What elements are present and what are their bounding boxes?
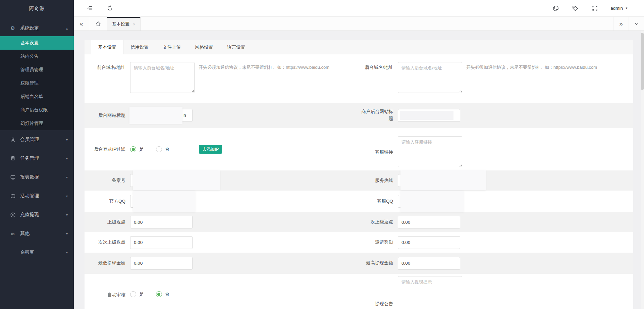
radio-unselected-icon <box>130 291 136 297</box>
auto-audit-radio-group: 是 否 <box>130 291 169 297</box>
third-parent-rebate-input[interactable] <box>130 236 193 249</box>
auto-audit-radio-yes[interactable]: 是 <box>130 291 144 297</box>
sidebar-item-yuebao[interactable]: 余额宝 ▾ <box>0 243 74 262</box>
front-domain-textarea[interactable] <box>130 62 195 93</box>
settings-card: 基本设置 信用设置 文件上传 风格设置 语言设置 前台域名/地址 开头必须加通信… <box>85 40 633 309</box>
scroll-tabs-right-button[interactable]: » <box>613 17 629 31</box>
content-area: 基本设置 信用设置 文件上传 风格设置 语言设置 前台域名/地址 开头必须加通信… <box>74 31 644 309</box>
field-label: 最高提现金额 <box>359 260 393 267</box>
withdraw-notice-textarea[interactable] <box>398 276 462 309</box>
field-label: 客服QQ <box>359 198 393 205</box>
palette-icon[interactable] <box>552 5 559 12</box>
open-tab-basic-settings[interactable]: 基本设置 × <box>107 17 141 31</box>
field-label: 次上级返点 <box>359 219 393 226</box>
sidebar-item-report-data[interactable]: 报表数据 ▾ <box>0 168 74 187</box>
ip-filter-radio-no[interactable]: 否 <box>156 146 170 152</box>
max-withdraw-input[interactable] <box>398 257 460 270</box>
app-root: 阿奇源 ⚙ 系统设定 ▴ 基本设置 站内公告 管理员管理 权限管理 后端白名单 … <box>0 0 644 309</box>
tabs-menu-chevron-down[interactable] <box>629 17 644 31</box>
field-label: 商户后台网站标题 <box>359 108 393 122</box>
sidebar-item-label: 活动管理 <box>20 193 39 199</box>
field-hint: 开头必须加通信协议，末尾不要留斜杠。如：https://www.baidu.co… <box>466 64 597 70</box>
settings-tab-strip: 基本设置 信用设置 文件上传 风格设置 语言设置 <box>85 40 633 54</box>
chevron-down-icon: ▾ <box>66 194 68 198</box>
tab-basic-settings[interactable]: 基本设置 <box>91 40 123 54</box>
field-label: 次次上级返点 <box>91 239 125 246</box>
tab-style-settings[interactable]: 风格设置 <box>188 40 220 54</box>
refresh-icon[interactable] <box>106 5 113 12</box>
sidebar-item-backend-whitelist[interactable]: 后端白名单 <box>0 90 74 103</box>
collapse-sidebar-icon[interactable] <box>86 5 93 12</box>
sidebar-item-merchant-permissions[interactable]: 商户后台权限 <box>0 103 74 117</box>
home-icon[interactable] <box>89 17 107 31</box>
back-domain-textarea[interactable] <box>398 62 462 93</box>
tab-file-upload[interactable]: 文件上传 <box>156 40 188 54</box>
book-icon <box>9 193 16 199</box>
invite-reward-input[interactable] <box>398 236 460 249</box>
fullscreen-icon[interactable] <box>591 5 598 12</box>
redacted-text-fragment: n <box>183 113 186 118</box>
user-name: admin <box>610 6 623 11</box>
user-menu[interactable]: admin ▼ <box>610 6 628 11</box>
field-label: 自动审核 <box>91 292 125 299</box>
ip-filter-radio-group: 是 否 <box>130 146 169 152</box>
sidebar-item-site-announcement[interactable]: 站内公告 <box>0 50 74 63</box>
auto-audit-radio-no[interactable]: 否 <box>156 291 170 297</box>
close-icon[interactable]: × <box>133 22 136 27</box>
sidebar-item-basic-settings[interactable]: 基本设置 <box>0 36 74 50</box>
sidebar-item-label: 系统设定 <box>20 25 39 31</box>
tab-label: 基本设置 <box>112 21 129 27</box>
radio-label: 否 <box>165 291 170 297</box>
service-link-textarea[interactable] <box>398 136 462 167</box>
form-row: 前台域名/地址 开头必须加通信协议，末尾不要留斜杠。如：https://www.… <box>85 54 633 103</box>
sidebar-item-system-settings[interactable]: ⚙ 系统设定 ▴ <box>0 20 74 36</box>
parent-rebate-input[interactable] <box>130 216 193 228</box>
sidebar: 阿奇源 ⚙ 系统设定 ▴ 基本设置 站内公告 管理员管理 权限管理 后端白名单 … <box>0 0 74 309</box>
report-icon <box>9 174 16 180</box>
sidebar-item-activity-management[interactable]: 活动管理 ▾ <box>0 187 74 205</box>
brand-title: 阿奇源 <box>0 0 74 17</box>
radio-label: 是 <box>139 291 144 297</box>
second-parent-rebate-input[interactable] <box>398 216 460 228</box>
redaction-overlay <box>400 170 486 190</box>
tab-language-settings[interactable]: 语言设置 <box>220 40 252 54</box>
add-ip-button[interactable]: 去添加IP <box>199 145 222 154</box>
sidebar-item-recharge-withdraw[interactable]: 充值提现 ▾ <box>0 205 74 224</box>
sidebar-item-other[interactable]: ∞ 其他 ▾ <box>0 224 74 243</box>
sidebar-item-label: 充值提现 <box>20 212 39 218</box>
ip-filter-radio-yes[interactable]: 是 <box>130 146 144 152</box>
tag-icon[interactable] <box>572 5 579 12</box>
sidebar-item-slideshow-management[interactable]: 幻灯片管理 <box>0 117 74 130</box>
sidebar-item-permission-management[interactable]: 权限管理 <box>0 76 74 90</box>
radio-selected-icon <box>130 146 136 152</box>
infinity-icon: ∞ <box>9 231 16 237</box>
field-label: 邀请奖励 <box>359 239 393 246</box>
sidebar-item-label: 任务管理 <box>20 155 39 161</box>
sidebar-item-label: 余额宝 <box>20 249 34 255</box>
scroll-tabs-left-button[interactable]: « <box>74 17 89 31</box>
redaction-overlay <box>133 191 195 212</box>
form-row: 后台网站标题 n 商户后台网站标题 <box>85 103 633 128</box>
redaction-overlay <box>400 191 464 212</box>
chevron-down-icon: ▾ <box>66 251 68 254</box>
caret-down-icon: ▼ <box>625 7 628 10</box>
system-settings-submenu: 基本设置 站内公告 管理员管理 权限管理 后端白名单 商户后台权限 幻灯片管理 <box>0 36 74 130</box>
sidebar-item-label: 报表数据 <box>20 174 39 180</box>
sidebar-item-admin-management[interactable]: 管理员管理 <box>0 63 74 76</box>
chevron-down-icon: ▾ <box>66 157 68 160</box>
tab-credit-settings[interactable]: 信用设置 <box>123 40 156 54</box>
sidebar-item-label: 会员管理 <box>20 137 39 143</box>
radio-label: 是 <box>139 146 144 152</box>
document-icon <box>9 156 16 161</box>
sidebar-item-task-management[interactable]: 任务管理 ▾ <box>0 149 74 168</box>
min-withdraw-input[interactable] <box>130 257 193 270</box>
field-label: 备案号 <box>91 177 125 184</box>
page-scrollbar[interactable] <box>641 31 644 309</box>
sidebar-item-member-management[interactable]: 会员管理 ▾ <box>0 130 74 149</box>
form-row: 次次上级返点 邀请奖励 <box>85 232 633 253</box>
field-label: 后台登录IP过滤 <box>91 146 125 153</box>
scrollbar-thumb[interactable] <box>641 33 644 90</box>
field-label: 后台域名/地址 <box>359 64 393 71</box>
field-label: 客服链接 <box>359 149 393 156</box>
redaction-overlay <box>133 170 220 190</box>
